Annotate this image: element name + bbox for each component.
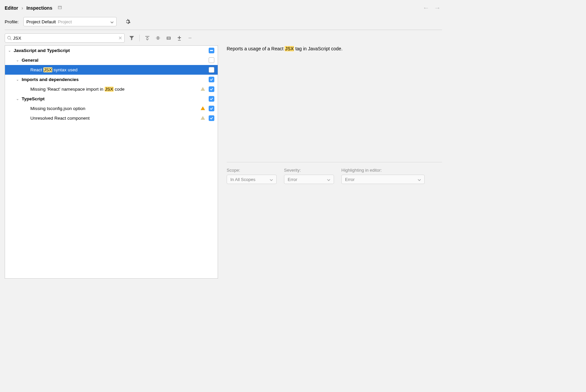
checkbox-checked[interactable]: [209, 96, 214, 102]
toolbar-separator: [139, 35, 140, 41]
checkbox-checked[interactable]: [209, 77, 214, 82]
filter-icon[interactable]: [128, 34, 135, 42]
highlighting-value: Error: [345, 177, 355, 182]
chevron-down-icon[interactable]: ⌄: [15, 77, 20, 82]
breadcrumb-inspections[interactable]: Inspections: [26, 5, 52, 11]
show-in-window-icon[interactable]: [58, 5, 62, 11]
tree-item-missing-tsconfig[interactable]: Missing tsconfig.json option: [5, 104, 218, 113]
nav-forward-icon[interactable]: →: [434, 4, 441, 12]
nav-back-icon[interactable]: ←: [423, 4, 429, 12]
tree-group-imports[interactable]: ⌄ Imports and dependencies: [5, 75, 218, 84]
weak-warning-icon: [200, 115, 205, 121]
expand-all-icon[interactable]: [144, 34, 151, 42]
tree-label: Unresolved React component: [30, 116, 200, 121]
severity-label: Severity:: [284, 168, 334, 173]
warning-icon: [200, 106, 205, 112]
breadcrumb-row: Editor › Inspections ← →: [5, 4, 442, 12]
weak-warning-icon: [200, 86, 205, 92]
tree-label: TypeScript: [22, 96, 209, 101]
profile-row: Profile: Project Default Project: [5, 17, 442, 26]
divider: [227, 162, 442, 162]
add-icon[interactable]: [176, 34, 183, 42]
chevron-down-icon: [110, 19, 114, 24]
scope-select[interactable]: In All Scopes: [227, 175, 277, 184]
checkbox-unchecked[interactable]: [209, 57, 214, 63]
tree-label: Imports and dependencies: [22, 77, 209, 82]
chevron-down-icon: [418, 177, 421, 182]
gear-icon[interactable]: [125, 19, 131, 25]
tree-item-unresolved-react[interactable]: Unresolved React component: [5, 113, 218, 123]
svg-rect-0: [58, 6, 62, 9]
checkbox-unchecked[interactable]: [209, 67, 214, 73]
chevron-down-icon[interactable]: ⌄: [7, 48, 12, 53]
options-row: Scope: In All Scopes Severity: Error Hig…: [227, 168, 442, 184]
tree-label: Missing 'React' namespace import in JSX …: [30, 87, 200, 92]
tree-label: React JSX syntax used: [30, 67, 209, 72]
reset-icon[interactable]: [165, 34, 172, 42]
inspection-description: Reports a usage of a React JSX tag in Ja…: [227, 45, 442, 155]
checkbox-checked[interactable]: [209, 106, 214, 111]
collapse-all-icon[interactable]: [154, 34, 162, 42]
search-input[interactable]: [13, 36, 118, 41]
chevron-down-icon: [327, 177, 330, 182]
profile-suffix: Project: [58, 19, 72, 24]
clear-search-icon[interactable]: ✕: [118, 35, 122, 41]
tree-group-js-ts[interactable]: ⌄ JavaScript and TypeScript: [5, 46, 218, 55]
scope-value: In All Scopes: [230, 177, 255, 182]
checkbox-checked[interactable]: [209, 115, 214, 121]
checkbox-indeterminate[interactable]: [209, 48, 214, 53]
svg-line-3: [10, 39, 12, 40]
tree-item-react-jsx-syntax[interactable]: React JSX syntax used: [5, 65, 218, 75]
scope-label: Scope:: [227, 168, 277, 173]
severity-value: Error: [288, 177, 297, 182]
chevron-down-icon: [270, 177, 273, 182]
svg-point-2: [8, 36, 11, 39]
profile-label: Profile:: [5, 19, 19, 24]
chevron-down-icon[interactable]: ⌄: [15, 58, 20, 62]
tree-group-typescript[interactable]: ⌄ TypeScript: [5, 94, 218, 104]
divider: [5, 30, 442, 30]
breadcrumb-separator: ›: [21, 5, 23, 11]
inspection-tree[interactable]: ⌄ JavaScript and TypeScript ⌄ General Re…: [5, 45, 218, 279]
checkbox-checked[interactable]: [209, 86, 214, 92]
tree-label: JavaScript and TypeScript: [14, 48, 209, 53]
search-icon: [7, 36, 12, 40]
breadcrumb-editor[interactable]: Editor: [5, 5, 18, 11]
profile-name: Project Default: [26, 19, 56, 24]
highlighting-select[interactable]: Error: [341, 175, 425, 184]
tree-label: General: [22, 58, 209, 63]
highlighting-label: Highlighting in editor:: [341, 168, 425, 173]
toolbar: ✕: [5, 33, 218, 43]
tree-group-general[interactable]: ⌄ General: [5, 55, 218, 65]
breadcrumb: Editor › Inspections: [5, 5, 62, 11]
right-column: Reports a usage of a React JSX tag in Ja…: [227, 33, 442, 279]
left-column: ✕: [5, 33, 218, 279]
search-box[interactable]: ✕: [5, 33, 125, 43]
profile-select[interactable]: Project Default Project: [23, 17, 117, 26]
severity-select[interactable]: Error: [284, 175, 334, 184]
chevron-down-icon[interactable]: ⌄: [15, 97, 20, 101]
tree-item-missing-react-import[interactable]: Missing 'React' namespace import in JSX …: [5, 84, 218, 94]
nav-arrows: ← →: [423, 4, 442, 12]
tree-label: Missing tsconfig.json option: [30, 106, 200, 111]
remove-icon[interactable]: [186, 34, 194, 42]
